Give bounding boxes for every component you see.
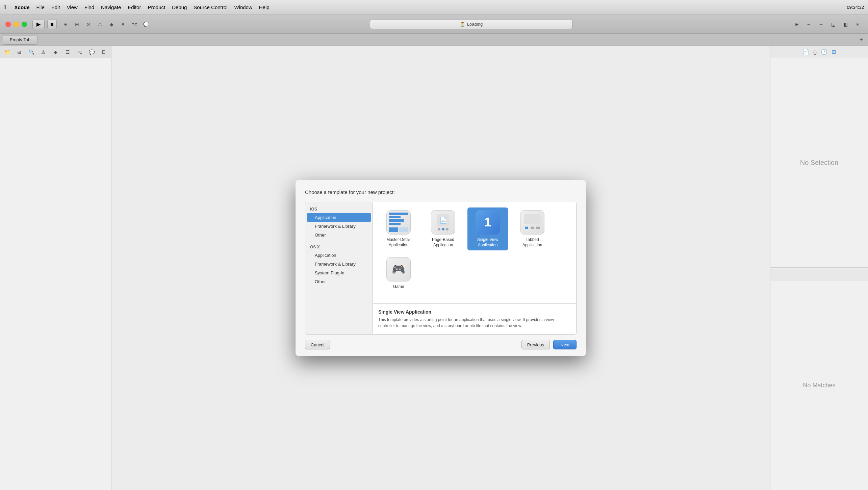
template-label-game: Game	[393, 284, 404, 290]
dialog-body: iOS Application Framework & Library Othe…	[305, 202, 577, 335]
issue-icon[interactable]: ⚠	[39, 47, 48, 57]
dialog-overlay: Choose a template for your new project: …	[111, 46, 770, 490]
close-button[interactable]	[5, 22, 11, 27]
dialog-content: Choose a template for your new project: …	[296, 180, 586, 335]
template-icon-page-based: 📄	[431, 210, 455, 235]
template-game[interactable]: 🎮 Game	[378, 254, 419, 292]
template-page-based[interactable]: 📄	[423, 207, 463, 250]
source-control-icon[interactable]: ⊞	[15, 47, 24, 57]
forward-icon[interactable]: →	[816, 20, 826, 29]
nav-item-osx-other[interactable]: Other	[307, 277, 371, 286]
version-icon[interactable]: ⊡	[852, 20, 863, 29]
templates-grid-area: Master-DetailApplication 📄	[373, 202, 576, 303]
toolbar: ▶ ■ ⊞ ⊟ ⊙ ⚠ ◆ ≡ ⌥ 💬 ⏳ Loading ⊞ ← → ◱ ◧ …	[0, 15, 868, 34]
new-project-dialog: Choose a template for your new project: …	[296, 180, 586, 356]
right-panel: 📄 {} 🕐 ⊞ No Selection No Matches	[770, 46, 868, 490]
nav-item-osx-application[interactable]: Application	[307, 251, 371, 260]
report-icon[interactable]: 🗒	[99, 47, 108, 57]
left-sidebar: 📁 ⊞ 🔍 ⚠ ◆ ☰ ⌥ 💬 🗒	[0, 46, 111, 490]
menubar-right: 09:34:32	[847, 5, 864, 10]
inspector-layout-icon[interactable]: ⊞	[832, 49, 836, 55]
nav-item-ios-application[interactable]: Application	[307, 213, 371, 222]
debug-icon[interactable]: ☰	[63, 47, 72, 57]
warning-icon[interactable]: ⚠	[95, 20, 105, 29]
search-toolbar[interactable]: ⊙	[84, 20, 93, 29]
menu-window[interactable]: Window	[234, 4, 252, 10]
editor-icon[interactable]: ◱	[828, 20, 838, 29]
menubar:  Xcode File Edit View Find Navigate Edi…	[0, 0, 868, 15]
loading-indicator: ⏳ Loading	[370, 20, 572, 29]
inspector-quick-icon[interactable]: {}	[813, 49, 817, 55]
template-single-view[interactable]: 1 Single ViewApplication	[467, 207, 508, 250]
split-editor-icon[interactable]: ⊞	[792, 20, 802, 29]
menu-xcode[interactable]: Xcode	[15, 4, 30, 10]
folder-icon[interactable]: 📁	[3, 47, 12, 57]
template-label-single-view: Single ViewApplication	[477, 237, 498, 248]
center-content: Choose a template for your new project: …	[111, 46, 770, 490]
menu-source-control[interactable]: Source Control	[194, 4, 227, 10]
maximize-button[interactable]	[22, 22, 27, 27]
comment-icon[interactable]: 💬	[141, 20, 151, 29]
traffic-lights	[5, 22, 27, 27]
template-master-detail[interactable]: Master-DetailApplication	[378, 207, 419, 250]
menu-edit[interactable]: Edit	[51, 4, 60, 10]
empty-tab[interactable]: Empty Tab	[3, 35, 37, 45]
next-button[interactable]: Next	[553, 340, 577, 349]
template-label-master-detail: Master-DetailApplication	[386, 237, 410, 248]
breakpoints-icon[interactable]: ⌥	[75, 47, 84, 57]
menu-navigate[interactable]: Navigate	[101, 4, 121, 10]
templates-area: Master-DetailApplication 📄	[373, 202, 576, 334]
toolbar-right-icons: ⊞ ← → ◱ ◧ ⊡	[792, 20, 863, 29]
symbol-icon[interactable]: 🔍	[27, 47, 36, 57]
menu-find[interactable]: Find	[84, 4, 94, 10]
previous-button[interactable]: Previous	[521, 340, 550, 349]
no-selection-label: No Selection	[770, 58, 868, 267]
menu-product[interactable]: Product	[148, 4, 165, 10]
ios-section-header: iOS	[305, 205, 373, 213]
log-icon[interactable]: 💬	[87, 47, 96, 57]
right-panel-bottom-toolbar	[770, 269, 868, 281]
nav-item-ios-other[interactable]: Other	[307, 231, 371, 239]
dialog-footer: Cancel Previous Next	[296, 335, 586, 356]
branch-icon[interactable]: ⌥	[130, 20, 139, 29]
menu-help[interactable]: Help	[259, 4, 270, 10]
template-icon-tabbed	[520, 210, 544, 235]
back-icon[interactable]: ←	[804, 20, 814, 29]
assistant-icon[interactable]: ◧	[840, 20, 850, 29]
footer-right-buttons: Previous Next	[521, 340, 577, 349]
new-tab-button[interactable]: +	[857, 36, 865, 44]
inspector-file-icon[interactable]: 📄	[802, 49, 809, 55]
description-title: Single View Application	[378, 309, 571, 315]
apple-menu[interactable]: 	[4, 4, 6, 11]
template-icon-master-detail	[386, 210, 411, 235]
template-icon-game: 🎮	[386, 257, 411, 281]
inspector-history-icon[interactable]: 🕐	[821, 49, 827, 55]
nav-item-ios-framework[interactable]: Framework & Library	[307, 222, 371, 230]
main-area: 📁 ⊞ 🔍 ⚠ ◆ ☰ ⌥ 💬 🗒 Choose a template for …	[0, 46, 868, 490]
osx-section-header: OS X	[305, 243, 373, 251]
navigator-toggle[interactable]: ⊞	[61, 20, 70, 29]
breakpoint-icon[interactable]: ◆	[107, 20, 116, 29]
run-button[interactable]: ▶	[32, 20, 45, 29]
menu-view[interactable]: View	[67, 4, 78, 10]
template-description: Single View Application This template pr…	[373, 303, 576, 334]
list-icon[interactable]: ≡	[118, 20, 128, 29]
debug-toggle[interactable]: ⊟	[72, 20, 82, 29]
nav-item-osx-plugin[interactable]: System Plug-in	[307, 269, 371, 277]
cancel-button[interactable]: Cancel	[305, 340, 330, 349]
stop-button[interactable]: ■	[47, 20, 57, 29]
right-panel-toolbar: 📄 {} 🕐 ⊞	[770, 46, 868, 58]
dialog-title: Choose a template for your new project:	[305, 189, 577, 195]
description-text: This template provides a starting point …	[378, 317, 571, 329]
template-nav: iOS Application Framework & Library Othe…	[305, 202, 373, 334]
nav-item-osx-framework[interactable]: Framework & Library	[307, 260, 371, 268]
minimize-button[interactable]	[14, 22, 19, 27]
menu-editor[interactable]: Editor	[128, 4, 141, 10]
templates-grid: Master-DetailApplication 📄	[378, 207, 571, 292]
menu-debug[interactable]: Debug	[172, 4, 187, 10]
template-tabbed[interactable]: TabbedApplication	[512, 207, 553, 250]
test-icon[interactable]: ◆	[51, 47, 60, 57]
menu-file[interactable]: File	[36, 4, 45, 10]
no-matches-label: No Matches	[770, 281, 868, 490]
clock: 09:34:32	[847, 5, 864, 10]
